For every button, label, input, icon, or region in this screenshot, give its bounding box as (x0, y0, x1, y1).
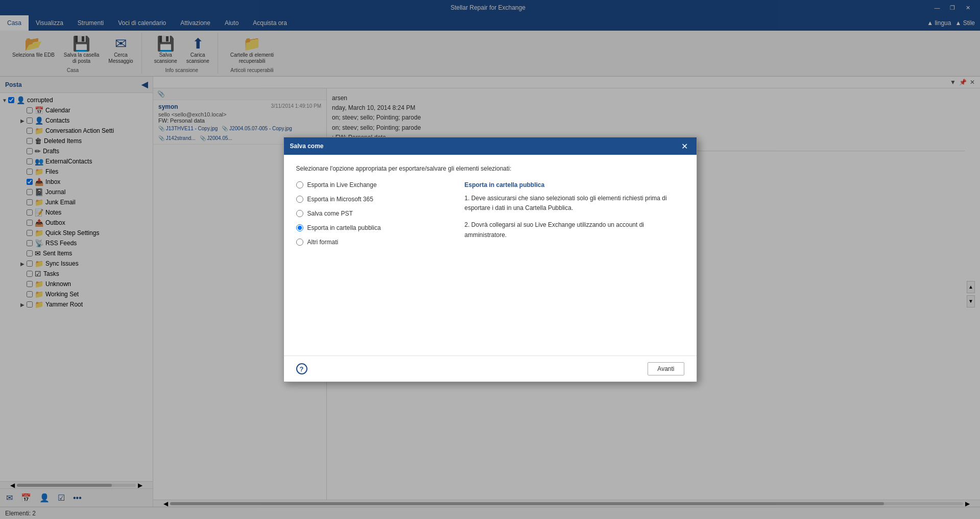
modal-right-instruction-2: 2. Dovrà collegarsi al suo Live Exchange… (465, 220, 684, 240)
option-pst[interactable]: Salva come PST (296, 210, 449, 217)
modal-right-panel: Esporta in cartella pubblica 1. Deve ass… (449, 181, 684, 246)
modal-title: Salva come (290, 143, 324, 150)
radio-m365[interactable] (296, 196, 303, 203)
option-pst-label: Salva come PST (307, 210, 353, 217)
radio-live-exchange[interactable] (296, 181, 303, 188)
option-other[interactable]: Altri formati (296, 239, 449, 246)
option-other-label: Altri formati (307, 239, 339, 246)
modal-options: Esporta in Live Exchange Esporta in Micr… (296, 181, 449, 246)
modal-right-title: Esporta in cartella pubblica (465, 181, 684, 188)
modal-instruction: Selezionare l'opzione appropriata per es… (296, 165, 684, 172)
option-public-folder-label: Esporta in cartella pubblica (307, 224, 381, 231)
option-m365-label: Esporta in Microsoft 365 (307, 196, 373, 203)
salva-come-dialog: Salva come ✕ Selezionare l'opzione appro… (283, 137, 697, 382)
modal-columns: Esporta in Live Exchange Esporta in Micr… (296, 181, 684, 246)
modal-right-instruction-1: 1. Deve assicurarsi che siano selezionat… (465, 194, 684, 213)
modal-body: Selezionare l'opzione appropriata per es… (284, 155, 697, 356)
help-button[interactable]: ? (296, 363, 307, 374)
modal-overlay: Salva come ✕ Selezionare l'opzione appro… (0, 0, 980, 519)
option-m365[interactable]: Esporta in Microsoft 365 (296, 196, 449, 203)
avanti-button[interactable]: Avanti (648, 362, 684, 375)
radio-other[interactable] (296, 239, 303, 246)
radio-pst[interactable] (296, 210, 303, 217)
radio-public-folder[interactable] (296, 224, 303, 231)
option-live-exchange-label: Esporta in Live Exchange (307, 181, 377, 188)
option-public-folder[interactable]: Esporta in cartella pubblica (296, 224, 449, 231)
modal-header: Salva come ✕ (284, 137, 697, 155)
modal-footer-left: ? (296, 363, 307, 374)
option-live-exchange[interactable]: Esporta in Live Exchange (296, 181, 449, 188)
modal-close-button[interactable]: ✕ (679, 140, 690, 152)
modal-footer: ? Avanti (284, 356, 697, 382)
